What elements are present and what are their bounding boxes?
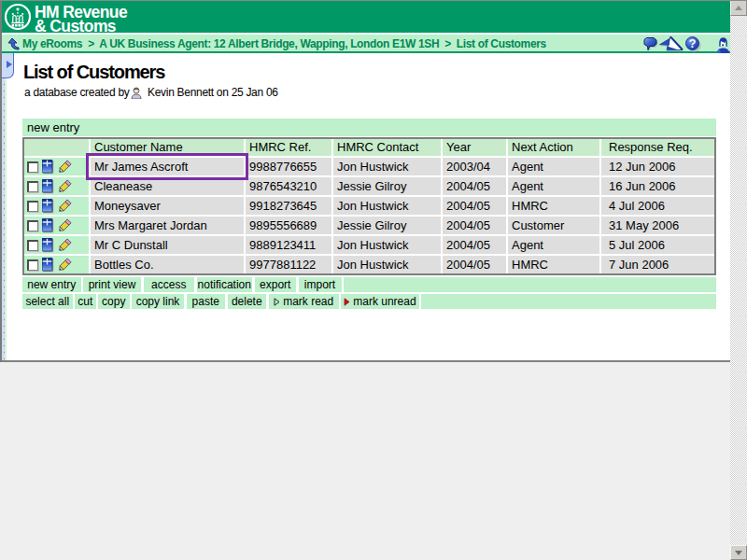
svg-text:?: ? bbox=[689, 37, 697, 50]
